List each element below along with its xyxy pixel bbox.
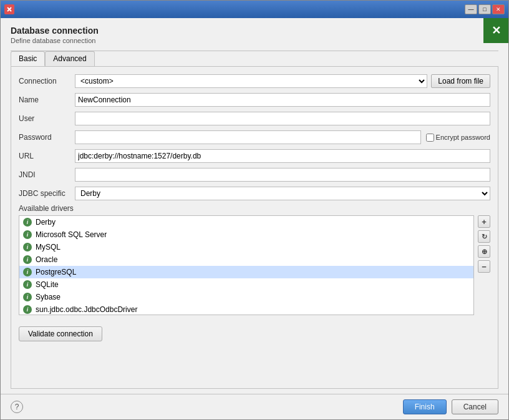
url-input[interactable] [75,149,490,163]
main-content: Basic Advanced Connection <custom> Load … [1,51,508,389]
footer: ? Finish Cancel [1,394,508,419]
driver-icon-mssql [23,230,32,239]
main-window: — □ ✕ ✕ Database connection Define datab… [0,0,509,420]
footer-left: ? [11,401,23,413]
driver-icon-oracle [23,255,32,264]
driver-name-mssql: Microsoft SQL Server [36,230,107,239]
maximize-button[interactable]: □ [478,4,491,14]
cancel-button[interactable]: Cancel [452,399,498,414]
driver-name-oracle: Oracle [36,255,57,264]
connection-row: Connection <custom> Load from file [19,74,490,88]
driver-side-buttons: + ↻ ⊕ − [478,215,490,315]
driver-icon-mysql [23,243,32,252]
name-row: Name [19,93,490,107]
driver-name-postgresql: PostgreSQL [36,268,76,276]
available-drivers-label: Available drivers [19,204,490,213]
copy-driver-button[interactable]: ⊕ [478,245,490,258]
jdbc-row: JDBC specific Derby [19,187,490,200]
driver-icon-derby [23,218,32,227]
tab-content: Connection <custom> Load from file Name … [11,66,498,389]
jndi-row: JNDI [19,168,490,182]
password-label: Password [19,133,75,142]
tab-basic[interactable]: Basic [11,51,45,66]
validate-section: Validate connection [19,321,490,341]
driver-item-sqlite[interactable]: SQLite [19,278,473,291]
driver-item-derby[interactable]: Derby [19,216,473,228]
url-label: URL [19,152,75,160]
connection-label: Connection [19,77,75,85]
jndi-input[interactable] [75,168,490,182]
user-label: User [19,114,75,123]
close-button[interactable]: ✕ [492,4,505,14]
driver-name-sqlite: SQLite [36,280,59,289]
driver-icon-sqlite [23,280,32,289]
footer-right: Finish Cancel [403,399,498,414]
name-input[interactable] [75,93,490,107]
driver-item-mssql[interactable]: Microsoft SQL Server [19,228,473,241]
jndi-label: JNDI [19,170,75,179]
encrypt-password-label[interactable]: Encrypt password [426,134,490,142]
help-button[interactable]: ? [11,401,23,413]
password-input[interactable] [75,130,421,144]
finish-button[interactable]: Finish [403,399,447,414]
available-drivers-section: Available drivers Derby Microsoft SQL Se… [19,204,490,315]
load-from-file-button[interactable]: Load from file [431,74,490,88]
dialog-subtitle: Define database connection [11,37,498,44]
window-icon [4,4,14,14]
dialog-title: Database connection [11,26,498,36]
validate-connection-button[interactable]: Validate connection [19,326,102,341]
driver-icon-postgresql [23,268,32,276]
drivers-list: Derby Microsoft SQL Server MySQL Or [19,215,474,315]
driver-name-derby: Derby [36,218,56,227]
driver-icon-sun [23,305,32,314]
remove-driver-button[interactable]: − [478,260,490,273]
connection-select[interactable]: <custom> [75,74,427,88]
logo-corner: ✕ [483,18,508,43]
driver-item-mysql[interactable]: MySQL [19,241,473,253]
driver-name-mysql: MySQL [36,243,61,252]
driver-item-sun[interactable]: sun.jdbc.odbc.JdbcOdbcDriver [19,303,473,315]
titlebar-controls: — □ ✕ [465,4,505,14]
add-driver-button[interactable]: + [478,215,490,228]
driver-item-sybase[interactable]: Sybase [19,291,473,303]
driver-item-postgresql[interactable]: PostgreSQL [19,266,473,278]
jdbc-select[interactable]: Derby [75,187,490,200]
drivers-area: Derby Microsoft SQL Server MySQL Or [19,215,490,315]
minimize-button[interactable]: — [465,4,477,14]
jdbc-label: JDBC specific [19,189,75,198]
password-row: Password Encrypt password [19,130,490,144]
driver-item-oracle[interactable]: Oracle [19,253,473,266]
tab-advanced[interactable]: Advanced [45,51,94,66]
edit-driver-button[interactable]: ↻ [478,230,490,243]
encrypt-password-checkbox[interactable] [426,134,434,142]
user-row: User [19,112,490,125]
driver-icon-sybase [23,293,32,301]
name-label: Name [19,95,75,104]
tabs: Basic Advanced [11,51,498,66]
driver-name-sybase: Sybase [36,293,61,301]
url-row: URL [19,149,490,163]
logo-icon: ✕ [492,24,501,37]
driver-name-sun: sun.jdbc.odbc.JdbcOdbcDriver [36,305,137,314]
titlebar: — □ ✕ [1,1,508,18]
user-input[interactable] [75,112,490,125]
